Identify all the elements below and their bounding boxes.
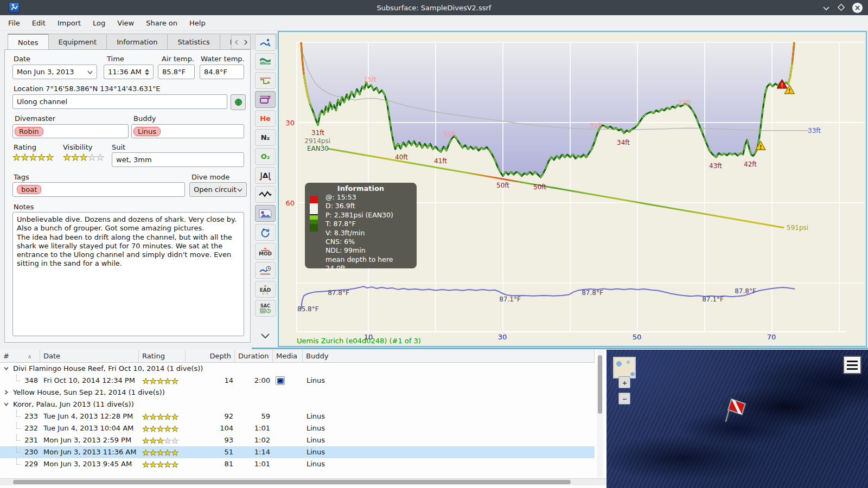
star-icon[interactable]: ★	[164, 448, 171, 458]
maximize-icon[interactable]	[838, 3, 845, 13]
column-header-num[interactable]: #∧	[0, 350, 40, 362]
panel-splitter[interactable]	[252, 348, 868, 349]
map-menu-icon[interactable]	[843, 356, 861, 374]
divemaster-tag[interactable]: Robin	[15, 127, 43, 136]
column-header-rating[interactable]: Rating	[139, 350, 186, 362]
suit-input[interactable]: wet, 3mm	[112, 152, 244, 167]
dive-mode-select[interactable]: Open circuit	[189, 182, 247, 197]
star-icon[interactable]: ★	[29, 152, 37, 163]
menu-log[interactable]: Log	[87, 17, 111, 29]
dive-list-hscrollbar[interactable]	[0, 478, 607, 485]
dive-row[interactable]: 232Tue Jun 4, 2013 10:04 AM★★★★★1041:01L…	[0, 422, 595, 434]
tab-equipment[interactable]: Equipment	[48, 34, 107, 49]
star-icon[interactable]: ★	[63, 152, 71, 163]
dive-row[interactable]: 230Mon Jun 3, 2013 11:36 AM★★★★★511:14Li…	[0, 446, 595, 458]
star-icon[interactable]: ★	[142, 376, 149, 386]
star-icon[interactable]: ★	[142, 460, 149, 470]
minimize-icon[interactable]	[822, 3, 830, 13]
menu-view[interactable]: View	[111, 17, 140, 29]
tab-information[interactable]: Information	[106, 34, 167, 49]
star-icon[interactable]: ★	[171, 424, 178, 434]
buddy-input[interactable]: Linus	[131, 124, 244, 138]
he-graph-button[interactable]: He	[255, 110, 276, 127]
tab-scroll-left-icon[interactable]	[234, 37, 239, 47]
media-thumbnail-icon[interactable]	[276, 376, 285, 385]
map-zoom-out-button[interactable]: −	[618, 393, 630, 404]
o2-graph-button[interactable]: O₂	[255, 148, 276, 165]
menu-edit[interactable]: Edit	[26, 17, 52, 29]
star-icon[interactable]: ★	[80, 152, 88, 163]
mod-button[interactable]: +MOD	[255, 243, 276, 260]
dc-ceiling-button[interactable]	[255, 34, 276, 51]
star-icon[interactable]: ★	[12, 152, 21, 163]
notes-textarea[interactable]: Unbelievable dive. Dozens and dozens of …	[12, 212, 244, 336]
trip-row[interactable]: Yellow House, Sun Sep 21, 2014 (1 dive(s…	[0, 387, 595, 399]
buddy-tag[interactable]: Linus	[133, 127, 161, 136]
dive-row[interactable]: 229Mon Jun 3, 2013 9:45 AM★★★★★811:01Lin…	[0, 458, 595, 470]
star-icon[interactable]: ★	[46, 152, 54, 163]
menu-share-on[interactable]: Share on	[140, 17, 183, 29]
column-header-duration[interactable]: Duration	[235, 350, 273, 362]
tab-notes[interactable]: Notes	[8, 34, 48, 49]
star-icon[interactable]: ★	[171, 436, 178, 446]
minimap-toggle[interactable]	[613, 357, 636, 378]
star-icon[interactable]: ★	[149, 424, 156, 434]
star-icon[interactable]: ★	[21, 152, 29, 163]
star-icon[interactable]: ★	[157, 448, 164, 458]
tag-boat[interactable]: boat	[17, 185, 41, 194]
star-icon[interactable]: ★	[164, 412, 171, 422]
menu-import[interactable]: Import	[52, 17, 87, 29]
star-icon[interactable]: ★	[157, 412, 164, 422]
expand-icon[interactable]	[3, 389, 9, 397]
tank-bar-button[interactable]	[255, 91, 276, 108]
gas-switch-button[interactable]	[255, 224, 276, 241]
column-header-date[interactable]: Date	[40, 350, 139, 362]
star-icon[interactable]: ★	[164, 436, 171, 446]
collapse-icon[interactable]	[3, 365, 9, 373]
ead-button[interactable]: +EAD(···)	[255, 281, 276, 298]
n2-graph-button[interactable]: N₂	[255, 129, 276, 146]
star-icon[interactable]: ★	[171, 376, 178, 386]
star-icon[interactable]: ★	[37, 152, 46, 163]
star-icon[interactable]: ★	[157, 376, 164, 386]
rating-stars[interactable]: ★★★★★	[12, 152, 54, 163]
heartrate-button[interactable]	[255, 186, 276, 203]
divemaster-input[interactable]: Robin	[12, 124, 129, 138]
column-header-media[interactable]: Media	[273, 350, 303, 362]
menu-help[interactable]: Help	[183, 17, 212, 29]
ndl-button[interactable]	[255, 262, 276, 279]
ceiling-steps-button[interactable]	[255, 72, 276, 89]
tab-scroll-right-icon[interactable]	[244, 37, 248, 47]
water-temp-field[interactable]: 84.8°F	[200, 65, 244, 79]
star-icon[interactable]: ★	[142, 436, 149, 446]
map-panel[interactable]: + −	[607, 350, 868, 488]
dive-row[interactable]: 231Mon Jun 3, 2013 2:59 PM★★★★★931:02Lin…	[0, 434, 595, 446]
star-icon[interactable]: ★	[157, 436, 164, 446]
air-temp-field[interactable]: 85.8°F	[158, 65, 195, 79]
column-header-depth[interactable]: Depth	[186, 350, 235, 362]
star-icon[interactable]: ★	[164, 376, 171, 386]
tags-input[interactable]: boat	[12, 182, 185, 197]
star-icon[interactable]: ★	[157, 460, 164, 470]
globe-button[interactable]	[231, 94, 246, 110]
star-icon[interactable]: ★	[142, 412, 149, 422]
date-combobox[interactable]: Mon Jun 3, 2013	[12, 65, 97, 79]
dive-profile-chart[interactable]: 30601030507015ft31ft2914psiEAN3040ft41ft…	[278, 31, 867, 347]
time-spin-buttons[interactable]	[145, 69, 149, 75]
dive-row[interactable]: 348Fri Oct 10, 2014 12:34 PM★★★★★142:00L…	[0, 375, 595, 387]
star-icon[interactable]: ★	[164, 424, 171, 434]
visibility-stars[interactable]: ★★★★★	[63, 152, 104, 163]
sac-button[interactable]: SAC	[255, 300, 276, 317]
star-icon[interactable]: ★	[96, 152, 104, 163]
toolbar-collapse-icon[interactable]	[255, 328, 276, 344]
close-icon[interactable]: ×	[852, 3, 863, 13]
star-icon[interactable]: ★	[142, 424, 149, 434]
dive-site-flag-marker[interactable]	[719, 394, 748, 427]
column-header-buddy[interactable]: Buddy	[303, 350, 595, 362]
photos-button[interactable]	[255, 205, 276, 222]
star-icon[interactable]: ★	[149, 460, 156, 470]
location-input[interactable]: Ulong channel	[12, 94, 227, 109]
calculated-ceiling-button[interactable]	[255, 53, 276, 70]
star-icon[interactable]: ★	[171, 448, 178, 458]
trip-row[interactable]: Divi Flamingo House Reef, Fri Oct 10, 20…	[0, 363, 595, 375]
